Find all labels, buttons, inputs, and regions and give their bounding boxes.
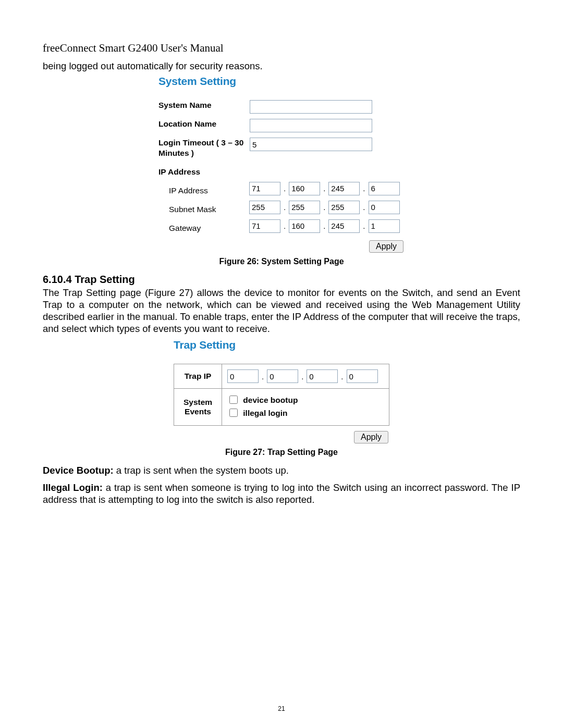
trap-ip-octet-2[interactable] <box>267 369 298 383</box>
illegal-login-term: Illegal Login: <box>43 482 103 493</box>
ip-octet-3[interactable] <box>328 182 360 195</box>
system-setting-panel: System Setting System Name Location Name… <box>158 75 405 253</box>
dot-separator: . <box>360 221 368 230</box>
dot-separator: . <box>320 184 328 193</box>
subnet-mask-label: Subnet Mask <box>158 201 249 214</box>
device-bootup-checkbox[interactable] <box>229 396 238 404</box>
illegal-login-desc: a trap is sent when someone is trying to… <box>43 482 520 505</box>
system-name-label: System Name <box>158 100 250 110</box>
subnet-octet-2[interactable] <box>289 201 320 214</box>
dot-separator: . <box>280 203 289 212</box>
device-bootup-desc: a trap is sent when the system boots up. <box>114 465 289 476</box>
trap-ip-octet-4[interactable] <box>347 369 378 383</box>
figure27-caption: Figure 27: Trap Setting Page <box>43 448 520 457</box>
gateway-octet-4[interactable] <box>369 219 400 233</box>
login-timeout-label: Login Timeout ( 3 – 30 Minutes ) <box>158 138 250 158</box>
trap-setting-paragraph: The Trap Setting page (Figure 27) allows… <box>43 287 520 335</box>
dot-separator: . <box>280 221 289 230</box>
dot-separator: . <box>320 203 328 212</box>
page-header: freeConnect Smart G2400 User's Manual <box>43 42 520 55</box>
dot-separator: . <box>320 221 328 230</box>
subnet-octet-4[interactable] <box>369 201 400 214</box>
illegal-login-definition: Illegal Login: a trap is sent when someo… <box>43 482 520 505</box>
gateway-label: Gateway <box>158 219 249 233</box>
subnet-octet-3[interactable] <box>328 201 360 214</box>
device-bootup-option-label: device bootup <box>243 396 298 404</box>
location-name-label: Location Name <box>158 119 250 129</box>
ip-address-label: IP Address <box>158 182 249 195</box>
system-events-label: System Events <box>174 389 222 426</box>
device-bootup-term: Device Bootup: <box>43 465 114 476</box>
dot-separator: . <box>338 372 346 381</box>
device-bootup-definition: Device Bootup: a trap is sent when the s… <box>43 464 520 476</box>
ip-octet-4[interactable] <box>369 182 400 195</box>
intro-text: being logged out automatically for secur… <box>43 60 520 72</box>
gateway-octet-2[interactable] <box>289 219 320 233</box>
trap-ip-octet-3[interactable] <box>307 369 338 383</box>
system-name-input[interactable] <box>250 100 372 114</box>
system-apply-button[interactable]: Apply <box>369 240 403 253</box>
ip-octet-1[interactable] <box>249 182 280 195</box>
illegal-login-option-label: illegal login <box>243 409 287 417</box>
figure26-caption: Figure 26: System Setting Page <box>43 257 520 266</box>
trap-ip-label: Trap IP <box>174 364 222 389</box>
system-setting-title: System Setting <box>158 75 405 88</box>
dot-separator: . <box>360 203 368 212</box>
login-timeout-input[interactable] <box>250 138 372 151</box>
dot-separator: . <box>360 184 368 193</box>
dot-separator: . <box>259 372 267 381</box>
dot-separator: . <box>280 184 289 193</box>
ip-octet-2[interactable] <box>289 182 320 195</box>
gateway-octet-1[interactable] <box>249 219 280 233</box>
trap-ip-octet-1[interactable] <box>227 369 259 383</box>
location-name-input[interactable] <box>250 119 372 132</box>
trap-apply-button[interactable]: Apply <box>354 431 388 443</box>
ip-address-section-label: IP Address <box>158 167 405 177</box>
dot-separator: . <box>298 372 307 381</box>
page-number: 21 <box>0 705 563 712</box>
gateway-octet-3[interactable] <box>328 219 360 233</box>
manual-page: freeConnect Smart G2400 User's Manual be… <box>0 0 563 728</box>
trap-setting-heading: 6.10.4 Trap Setting <box>43 274 520 286</box>
illegal-login-checkbox[interactable] <box>229 409 238 417</box>
subnet-octet-1[interactable] <box>249 201 280 214</box>
trap-setting-title: Trap Setting <box>174 339 389 351</box>
trap-setting-panel: Trap Setting Trap IP . . . System Events <box>174 339 389 443</box>
